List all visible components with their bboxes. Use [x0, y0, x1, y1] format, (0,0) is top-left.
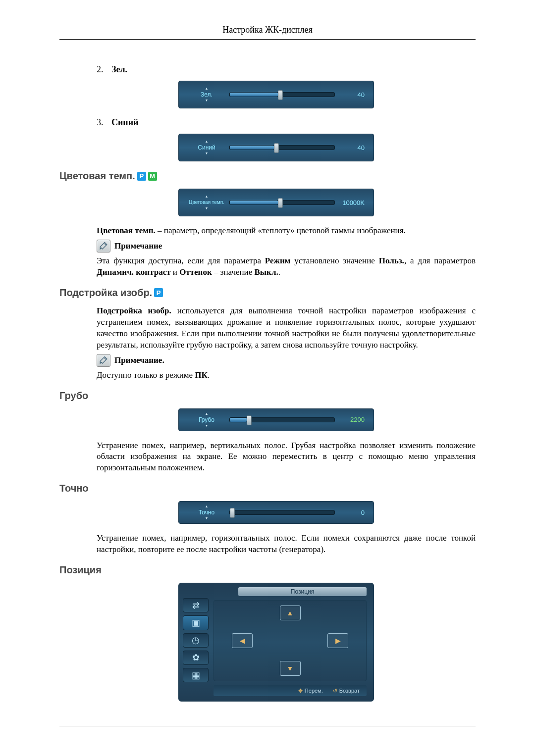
side-clock-icon[interactable]: ◷	[183, 633, 209, 648]
fine-description: Устранение помех, например, горизонтальн…	[97, 533, 476, 555]
coarse-description: Устранение помех, например, вертикальных…	[97, 440, 476, 474]
position-down-button[interactable]: ▼	[280, 661, 301, 676]
slider-blue: Синий 40	[178, 134, 374, 161]
slider-label: Зел.	[184, 86, 229, 103]
heading-text: Позиция	[59, 564, 102, 576]
slider-label: Синий	[184, 139, 229, 156]
slider-value: 40	[341, 144, 365, 151]
side-input-icon[interactable]: ⇄	[183, 598, 209, 612]
heading-text: Цветовая темп.	[59, 170, 135, 182]
position-controls: ▲ ◀ ▶ ▼	[214, 600, 367, 681]
menu-sidebar: ⇄ ▣ ◷ ✿ ▦	[183, 598, 209, 682]
slider-track[interactable]	[229, 417, 335, 422]
slider-thumb[interactable]	[247, 415, 252, 425]
slider-track[interactable]	[229, 510, 335, 515]
position-left-button[interactable]: ◀	[232, 633, 253, 648]
heading-text: Подстройка изобр.	[59, 287, 152, 299]
image-adjust-note-text: Доступно только в режиме ПК.	[97, 370, 476, 381]
move-hint-icon: ✥	[298, 688, 303, 694]
side-picture-icon[interactable]: ▣	[183, 615, 209, 630]
slider-value: 10000K	[341, 199, 365, 206]
list-label: Зел.	[111, 64, 127, 75]
heading-text: Грубо	[59, 390, 88, 402]
slider-thumb[interactable]	[230, 508, 235, 518]
heading-color-temp: Цветовая темп. P M	[59, 170, 476, 182]
slider-fine: Точно 0	[178, 501, 374, 524]
image-adjust-description: Подстройка изобр. используется для выпол…	[97, 305, 476, 351]
return-hint-icon: ↺	[333, 688, 337, 694]
heading-coarse: Грубо	[59, 390, 476, 402]
note-block: Примечание.	[97, 354, 476, 367]
note-icon	[97, 240, 110, 252]
color-temp-description: Цветовая темп. – параметр, определяющий …	[97, 225, 476, 237]
color-list-item-green: 2. Зел.	[97, 64, 476, 75]
note-icon	[97, 354, 110, 367]
slider-color-temp: Цветовая темп. 10000K	[178, 189, 374, 216]
heading-fine: Точно	[59, 483, 476, 494]
slider-coarse: Грубо 2200	[178, 408, 374, 431]
side-multi-icon[interactable]: ▦	[183, 668, 209, 682]
position-menu: Позиция ⇄ ▣ ◷ ✿ ▦ ▲ ◀ ▶ ▼ ✥Перем. ↺Возвр…	[178, 583, 374, 702]
return-hint-label: Возврат	[339, 688, 360, 694]
note-label: Примечание	[114, 241, 162, 251]
color-temp-note-text: Эта функция доступна, если для параметра…	[97, 255, 476, 278]
slider-track[interactable]	[229, 200, 335, 205]
page-header-title: Настройка ЖК-дисплея	[59, 25, 476, 35]
slider-label: Точно	[184, 504, 229, 521]
slider-value: 2200	[341, 416, 365, 423]
badge-m-icon: M	[148, 172, 157, 181]
side-setup-icon[interactable]: ✿	[183, 651, 209, 665]
list-number: 2.	[97, 64, 111, 75]
slider-label: Цветовая темп.	[184, 194, 229, 211]
slider-thumb[interactable]	[278, 90, 283, 100]
heading-image-adjust: Подстройка изобр. P	[59, 287, 476, 299]
heading-position: Позиция	[59, 564, 476, 576]
slider-track[interactable]	[229, 145, 335, 150]
heading-text: Точно	[59, 483, 89, 494]
note-label: Примечание.	[114, 355, 164, 365]
list-label: Синий	[111, 117, 138, 128]
slider-track[interactable]	[229, 92, 335, 97]
slider-value: 40	[341, 91, 365, 99]
slider-thumb[interactable]	[278, 198, 283, 208]
list-number: 3.	[97, 117, 111, 128]
move-hint-label: Перем.	[305, 688, 323, 694]
slider-green: Зел. 40	[178, 81, 374, 108]
color-list-item-blue: 3. Синий	[97, 117, 476, 128]
badge-p-icon: P	[154, 288, 163, 297]
slider-value: 0	[341, 509, 365, 516]
menu-title: Позиция	[238, 587, 367, 596]
footer-rule	[59, 726, 476, 726]
badge-p-icon: P	[137, 172, 146, 181]
slider-label: Грубо	[184, 411, 229, 429]
menu-footer-hints: ✥Перем. ↺Возврат	[214, 685, 367, 696]
note-block: Примечание	[97, 240, 476, 252]
position-right-button[interactable]: ▶	[327, 633, 348, 648]
slider-thumb[interactable]	[274, 143, 279, 153]
position-up-button[interactable]: ▲	[280, 605, 301, 620]
